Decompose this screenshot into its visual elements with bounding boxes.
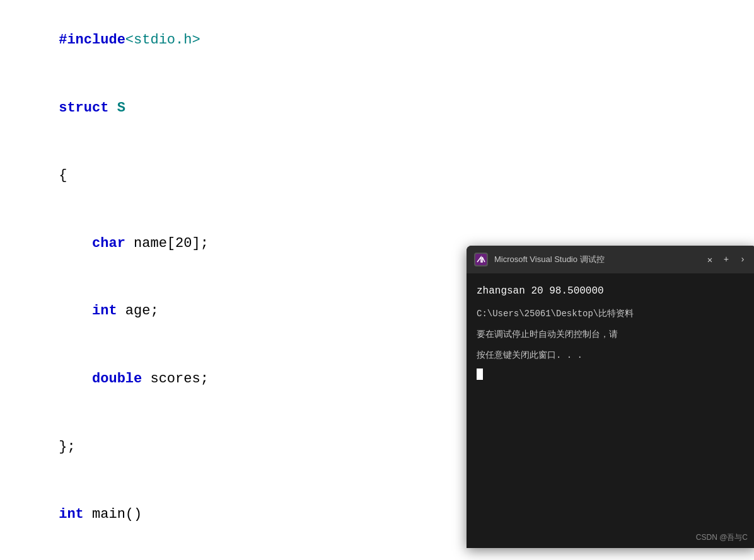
vs-icon — [474, 253, 488, 266]
terminal-path-3: 按任意键关闭此窗口. . . — [477, 349, 746, 362]
var-name: name[20]; — [125, 236, 209, 251]
keyword-int-main: int — [59, 506, 84, 522]
line-content-2[interactable]: struct S — [3, 75, 754, 142]
line-content-3[interactable]: { — [3, 142, 754, 209]
terminal-footer-text: CSDN @吾与C — [696, 533, 748, 542]
keyword-int: int — [92, 303, 117, 319]
terminal-close-button[interactable]: ✕ — [704, 253, 716, 266]
indent — [59, 236, 92, 251]
var-scores: scores; — [142, 371, 209, 387]
terminal-title: Microsoft Visual Studio 调试控 — [494, 254, 697, 265]
keyword-char: char — [92, 236, 125, 251]
include-header: <stdio.h> — [125, 32, 200, 48]
struct-close: }; — [59, 439, 75, 455]
terminal-body: zhangsan 20 98.500000 C:\Users\25061\Des… — [467, 273, 754, 393]
var-age: age; — [117, 303, 159, 319]
code-line-3: { — [0, 142, 754, 210]
terminal-cursor — [477, 369, 483, 380]
keyword-struct: struct — [59, 100, 117, 116]
line-content-9[interactable]: { — [3, 549, 754, 561]
struct-name: S — [117, 100, 125, 116]
indent — [59, 303, 92, 319]
terminal-path-text: 按任意键关闭此窗口. . . — [477, 350, 583, 360]
keyword-double: double — [92, 371, 142, 387]
terminal-more-button[interactable]: › — [736, 253, 749, 266]
terminal-window: Microsoft Visual Studio 调试控 ✕ + › zhangs… — [467, 246, 754, 548]
terminal-text-1: zhangsan 20 98.500000 — [477, 285, 604, 297]
keyword-include: #include — [59, 32, 125, 48]
terminal-path-2: 要在调试停止时自动关闭控制台，请 — [477, 328, 746, 341]
code-line-9: { — [0, 549, 754, 561]
indent — [59, 371, 92, 387]
code-line-2: struct S — [0, 74, 754, 142]
terminal-add-button[interactable]: + — [720, 253, 733, 266]
terminal-footer: CSDN @吾与C — [696, 532, 748, 543]
terminal-output-1: zhangsan 20 98.500000 — [477, 283, 746, 300]
terminal-titlebar: Microsoft Visual Studio 调试控 ✕ + › — [467, 246, 754, 273]
code-line-1: #include<stdio.h> — [0, 6, 754, 74]
brace-open: { — [59, 168, 67, 183]
main-fn: main() — [84, 506, 142, 522]
terminal-controls: ✕ + › — [704, 253, 749, 266]
line-content-1[interactable]: #include<stdio.h> — [3, 7, 754, 74]
terminal-path-1: C:\Users\25061\Desktop\比特资料 — [477, 307, 746, 321]
